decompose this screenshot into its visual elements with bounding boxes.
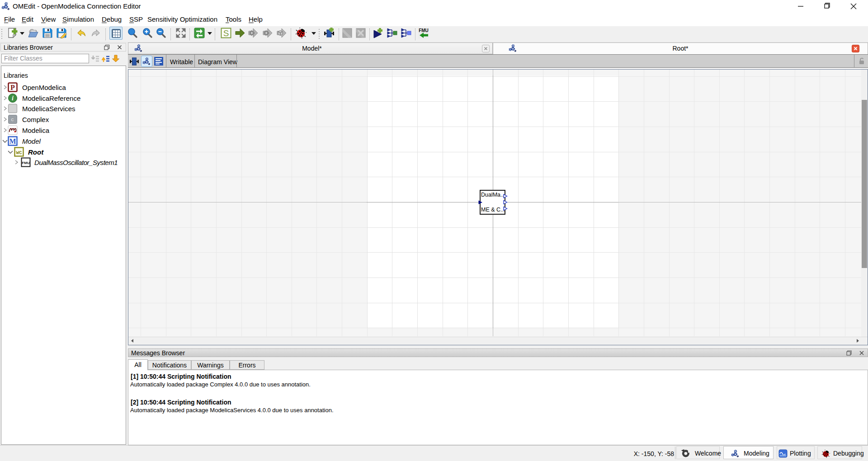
svg-text:WC: WC [16, 150, 22, 155]
svg-text:S: S [223, 28, 229, 38]
svg-text:M: M [9, 137, 16, 145]
svg-text:i: i [12, 95, 14, 102]
svg-text:FMU: FMU [419, 28, 429, 33]
svg-text:c: c [11, 117, 14, 122]
svg-text:FMU: FMU [22, 161, 30, 165]
svg-text:P: P [10, 84, 15, 91]
